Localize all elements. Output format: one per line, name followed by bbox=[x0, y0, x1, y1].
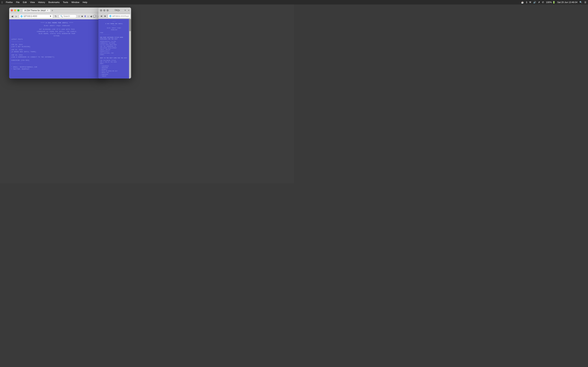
c64-faqs-content: **** A C64 THEME FOR JEKYLL **** BLOG/ A… bbox=[98, 19, 131, 78]
faqs-nav2[interactable]: DOWNLOAD bbox=[100, 29, 128, 31]
faqs-minimize-button[interactable] bbox=[103, 9, 105, 11]
faqs-q2: WHAT IS THE BEST GAME FOR THE C64? bbox=[100, 57, 128, 59]
faqs-nav-bar: ◀ ▶ 🌐 127.0.0.1:4000/faqs/ ↻ ▶▶ ☰ bbox=[98, 13, 131, 19]
email-line: * EMAIL: REGMTAIT@GMAIL.COM bbox=[11, 66, 103, 68]
back-button[interactable]: ◀ bbox=[10, 15, 14, 18]
menu-file[interactable]: File bbox=[16, 1, 20, 3]
faqs-section-label: FAQS bbox=[100, 32, 128, 34]
forward-button[interactable]: ▶ bbox=[15, 15, 18, 18]
faqs-address-text: 127.0.0.1:4000/faqs/ bbox=[112, 15, 129, 17]
search-placeholder: Search bbox=[63, 15, 70, 17]
search-bar[interactable]: 🔍 Search bbox=[58, 15, 77, 18]
faqs-a2: THE FOLLOWING TITLES ARE A FEW OF THE GO… bbox=[100, 60, 128, 65]
faqs-globe-icon: 🌐 bbox=[109, 15, 112, 17]
download-icon[interactable]: ⬇ bbox=[84, 15, 86, 18]
faqs-window-close-x[interactable]: ✕ bbox=[124, 9, 126, 11]
address-globe-icon: 🌐 bbox=[20, 15, 23, 17]
menu-window[interactable]: Window bbox=[71, 1, 79, 3]
game-list: * PARADROID * DROPZONE * WIZBALL * RAID … bbox=[100, 66, 128, 77]
tab-title: A C64 Theme for Jekyll bbox=[25, 9, 45, 12]
post-1-date: JUN 20, 2015 bbox=[11, 44, 103, 46]
faqs-content-area: **** A C64 THEME FOR JEKYLL **** BLOG/ A… bbox=[98, 19, 131, 78]
subscribe-link[interactable]: SUBSCRIBE [VIA RSS] bbox=[11, 59, 103, 62]
menu-help[interactable]: Help bbox=[83, 1, 87, 3]
post-1: JUN 20, 2015 [LET'S GET BLOGGING] bbox=[11, 44, 103, 48]
apple-menu[interactable]:  bbox=[2, 1, 3, 4]
faqs-address-bar[interactable]: 🌐 127.0.0.1:4000/faqs/ bbox=[108, 14, 130, 18]
new-tab-button[interactable]: + bbox=[52, 9, 53, 12]
menu-firefox[interactable]: Firefox bbox=[6, 1, 13, 3]
faqs-a1: APPROXIMATELY 10,000 COMMERCIAL SOFTWARE… bbox=[100, 41, 128, 56]
faqs-window-title: FAQs bbox=[115, 9, 120, 11]
faqs-stars2: **** bbox=[100, 25, 128, 26]
faqs-forward-button[interactable]: ▶ bbox=[104, 15, 107, 17]
maximize-button[interactable] bbox=[17, 9, 19, 11]
menu-history[interactable]: History bbox=[38, 1, 45, 3]
footer: * EMAIL: REGMTAIT@GMAIL.COM * TWITTER: R… bbox=[11, 66, 103, 70]
home-icon[interactable]: ⌂ bbox=[87, 15, 89, 18]
chat-icon[interactable]: 💬 bbox=[93, 15, 96, 18]
refresh-button[interactable]: ↻ bbox=[54, 15, 58, 18]
twitter-line: * TWITTER: REGMTAIT bbox=[11, 68, 103, 70]
c64-nav[interactable]: BLOG/ ABOUT/ FAQS/ DOWNLOAD bbox=[11, 25, 103, 27]
post-2: JUN 19, 2015 [A BRAND NEW JEKYLL THEME] bbox=[11, 49, 103, 53]
faqs-nav1[interactable]: BLOG/ ABOUT/ FAQS/ bbox=[100, 27, 128, 29]
post-2-title[interactable]: [A BRAND NEW JEKYLL THEME] bbox=[11, 51, 103, 53]
scrollbar-track[interactable] bbox=[129, 19, 131, 78]
main-browser-window: A C64 Theme for Jekyll ✕ + ◀ ▶ 🌐 127.0.0… bbox=[9, 8, 105, 78]
faqs-back-button[interactable]: ◀ bbox=[100, 15, 103, 17]
post-2-date: JUN 19, 2015 bbox=[11, 49, 103, 51]
menu-edit[interactable]: Edit bbox=[23, 1, 27, 3]
address-dropdown-icon[interactable]: ▼ bbox=[50, 15, 52, 17]
tab-close-button[interactable]: ✕ bbox=[47, 9, 48, 11]
post-1-title[interactable]: [LET'S GET BLOGGING] bbox=[11, 46, 103, 48]
faqs-stars1: **** bbox=[100, 21, 128, 23]
faqs-maximize-button[interactable] bbox=[107, 9, 109, 11]
post-3: JUN 19, 2015 [CAN A COMMODORE 64 CONNECT… bbox=[11, 54, 103, 58]
footer-divider: ------------ bbox=[11, 63, 103, 65]
tab-main[interactable]: A C64 Theme for Jekyll ✕ bbox=[22, 9, 51, 12]
main-content-area: **** A C64 THEME FOR JEKYLL **** BLOG/ A… bbox=[9, 19, 105, 78]
scrollbar-thumb[interactable] bbox=[129, 19, 131, 31]
faqs-divider: ------------ bbox=[100, 34, 128, 35]
faqs-site-title: A C64 THEME FOR JEKYLL bbox=[100, 23, 128, 25]
latest-posts-section: LATEST POSTS ------------ bbox=[11, 39, 103, 43]
search-icon: 🔍 bbox=[60, 15, 63, 17]
post-3-title[interactable]: [CAN A COMMODORE 64 CONNECT TO THE INTER… bbox=[11, 56, 103, 58]
c64-title: **** A C64 THEME FOR JEKYLL **** bbox=[11, 22, 103, 24]
close-button[interactable] bbox=[11, 9, 13, 11]
title-bar-main: A C64 Theme for Jekyll ✕ + bbox=[9, 8, 105, 13]
menubar:  Firefox File Edit View History Bookmar… bbox=[0, 0, 294, 4]
post-3-date: JUN 19, 2015 bbox=[11, 54, 103, 56]
latest-posts-label: LATEST POSTS bbox=[11, 39, 103, 41]
faqs-close-button[interactable] bbox=[100, 9, 102, 11]
bookmark-list-icon[interactable]: ■ bbox=[81, 15, 83, 18]
reader-icon[interactable]: ◀ bbox=[90, 15, 92, 18]
faqs-window-expand[interactable]: + bbox=[128, 9, 130, 12]
title-bar-faqs: FAQs ✕ + bbox=[98, 8, 131, 13]
desktop: A C64 Theme for Jekyll ✕ + ◀ ▶ 🌐 127.0.0… bbox=[0, 4, 294, 184]
c64-main-content: **** A C64 THEME FOR JEKYLL **** BLOG/ A… bbox=[9, 19, 105, 78]
menu-bookmarks[interactable]: Bookmarks bbox=[48, 1, 60, 3]
address-bar-main[interactable]: 🌐 127.0.0.1:4000 ▼ bbox=[19, 14, 53, 18]
menu-view[interactable]: View bbox=[30, 1, 35, 3]
bookmark-star-icon[interactable]: ☆ bbox=[78, 15, 81, 18]
c64-tagline: GET BLOGGING LIKE IT'S 1985 WITH THIS CO… bbox=[11, 28, 103, 37]
tab-area: A C64 Theme for Jekyll ✕ + bbox=[22, 9, 103, 12]
menu-tools[interactable]: Tools bbox=[63, 1, 68, 3]
posts-divider: ------------ bbox=[11, 41, 103, 43]
faqs-tab-area: FAQs bbox=[112, 9, 123, 11]
faqs-q1: HOW MANY SOFTWARE TITLES WERE AVAILABLE … bbox=[100, 37, 128, 40]
minimize-button[interactable] bbox=[14, 9, 16, 11]
address-text: 127.0.0.1:4000 bbox=[24, 15, 49, 17]
faqs-browser-window: FAQs ✕ + ◀ ▶ 🌐 127.0.0.1:4000/faqs/ ↻ ▶▶… bbox=[98, 8, 131, 78]
toolbar-main: ◀ ▶ 🌐 127.0.0.1:4000 ▼ ↻ 🔍 Search ☆ ■ ⬇ … bbox=[9, 13, 105, 19]
